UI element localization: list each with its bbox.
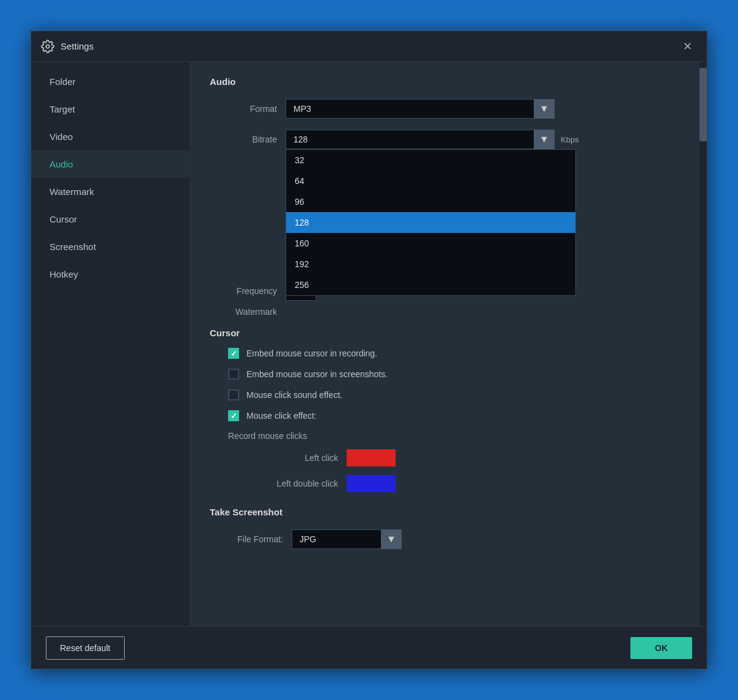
svg-point-0 (46, 45, 50, 48)
bitrate-select[interactable]: 128 (286, 130, 555, 149)
record-mouse-label: Record mouse clicks (228, 431, 687, 441)
watermark-label: Watermark (210, 307, 277, 317)
bitrate-option-160[interactable]: 160 (286, 233, 575, 254)
left-double-click-label: Left double click (259, 479, 338, 488)
left-click-row: Left click (259, 449, 687, 466)
format-select[interactable]: MP3 (286, 99, 555, 119)
frequency-label: Frequency (210, 286, 277, 296)
left-click-color[interactable] (347, 449, 396, 466)
sidebar-item-folder[interactable]: Folder (31, 68, 190, 95)
left-double-click-color[interactable] (347, 475, 396, 492)
mouse-click-effect-label: Mouse click effect: (246, 411, 317, 421)
file-format-label: File Format: (210, 534, 283, 544)
format-select-wrapper: MP3 ▼ (286, 99, 555, 119)
window-title: Settings (61, 41, 677, 51)
mouse-click-sound-label: Mouse click sound effect. (246, 390, 342, 400)
sidebar-item-hotkey[interactable]: Hotkey (31, 260, 190, 288)
bitrate-dropdown: 32 64 96 128 160 192 256 (286, 149, 576, 296)
mouse-click-sound-checkbox[interactable] (228, 389, 239, 400)
watermark-row: Watermark (210, 307, 687, 317)
mouse-click-effect-row: ✓ Mouse click effect: (228, 410, 687, 421)
bitrate-option-192[interactable]: 192 (286, 254, 575, 274)
bitrate-option-256[interactable]: 256 (286, 274, 575, 295)
checkmark-1: ✓ (231, 349, 237, 358)
bitrate-option-128[interactable]: 128 (286, 212, 575, 233)
embed-cursor-recording-label: Embed mouse cursor in recording. (246, 348, 377, 358)
mouse-click-sound-row: Mouse click sound effect. (228, 389, 687, 400)
left-click-label: Left click (259, 453, 338, 463)
sidebar-item-screenshot[interactable]: Screenshot (31, 233, 190, 260)
left-double-click-row: Left double click (259, 475, 687, 492)
format-label: Format (210, 104, 277, 114)
sidebar-item-audio[interactable]: Audio (31, 150, 190, 178)
checkmark-4: ✓ (231, 411, 237, 421)
audio-section-title: Audio (210, 76, 687, 87)
screenshot-section-title: Take Screenshot (210, 507, 687, 517)
mouse-click-effect-checkbox[interactable]: ✓ (228, 410, 239, 421)
file-format-row: File Format: JPG ▼ (210, 529, 687, 549)
scrollbar-track (699, 62, 707, 626)
close-button[interactable]: ✕ (677, 37, 697, 56)
ok-button[interactable]: OK (630, 637, 692, 659)
sidebar: Folder Target Video Audio Watermark Curs… (31, 62, 190, 626)
embed-cursor-screenshots-row: Embed mouse cursor in screenshots. (228, 369, 687, 380)
embed-cursor-recording-checkbox[interactable]: ✓ (228, 348, 239, 359)
cursor-section-title: Cursor (210, 328, 687, 338)
bitrate-unit: Kbps (561, 135, 579, 144)
settings-window: Settings ✕ Folder Target Video Audio Wat… (31, 31, 707, 669)
content-area: Audio Format MP3 ▼ Bitrate 128 ▼ 32 (190, 62, 707, 626)
settings-icon (41, 40, 54, 53)
embed-cursor-screenshots-label: Embed mouse cursor in screenshots. (246, 369, 388, 379)
screenshot-section: Take Screenshot File Format: JPG ▼ (210, 507, 687, 549)
embed-cursor-screenshots-checkbox[interactable] (228, 369, 239, 380)
bitrate-label: Bitrate (210, 134, 277, 144)
sidebar-item-cursor[interactable]: Cursor (31, 205, 190, 233)
file-format-select-wrapper: JPG ▼ (292, 529, 402, 549)
bitrate-option-64[interactable]: 64 (286, 171, 575, 191)
cursor-section: Cursor ✓ Embed mouse cursor in recording… (210, 328, 687, 492)
bitrate-select-container: 128 ▼ 32 64 96 128 160 192 256 (286, 130, 555, 149)
main-content: Folder Target Video Audio Watermark Curs… (31, 62, 707, 626)
format-row: Format MP3 ▼ (210, 99, 687, 119)
reset-default-button[interactable]: Reset default (46, 636, 125, 660)
bottom-bar: Reset default OK (31, 626, 707, 669)
bitrate-option-32[interactable]: 32 (286, 150, 575, 171)
sidebar-item-target[interactable]: Target (31, 95, 190, 123)
title-bar: Settings ✕ (31, 31, 707, 62)
scrollbar-thumb[interactable] (699, 68, 707, 141)
embed-cursor-recording-row: ✓ Embed mouse cursor in recording. (228, 348, 687, 359)
bitrate-option-96[interactable]: 96 (286, 191, 575, 212)
sidebar-item-video[interactable]: Video (31, 123, 190, 150)
file-format-select[interactable]: JPG (292, 529, 402, 549)
sidebar-item-watermark[interactable]: Watermark (31, 178, 190, 205)
bitrate-row: Bitrate 128 ▼ 32 64 96 128 160 192 256 (210, 130, 687, 149)
